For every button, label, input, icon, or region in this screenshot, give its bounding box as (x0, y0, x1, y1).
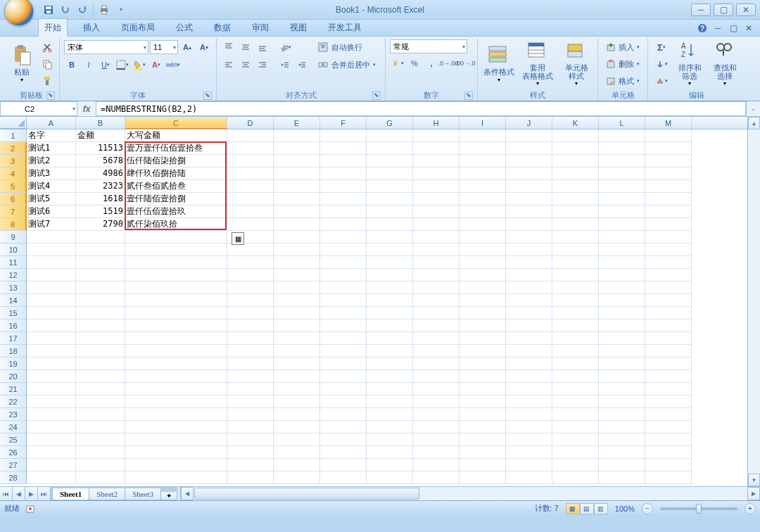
cell[interactable] (599, 345, 645, 357)
cell[interactable] (76, 408, 125, 421)
scroll-right-icon[interactable]: ▶ (747, 487, 760, 500)
cell[interactable] (460, 433, 506, 446)
cell[interactable] (460, 471, 506, 484)
cell[interactable] (645, 129, 692, 142)
cell[interactable]: 测试7 (27, 218, 76, 231)
cell[interactable] (320, 193, 367, 205)
cell[interactable] (645, 269, 692, 281)
cell[interactable] (274, 370, 320, 383)
cell[interactable] (227, 332, 274, 345)
cell[interactable] (413, 193, 460, 205)
format-table-button[interactable]: 套用 表格格式▾ (519, 39, 557, 87)
cell[interactable] (274, 167, 320, 180)
cell[interactable] (460, 256, 506, 269)
cell[interactable] (367, 142, 413, 155)
col-header-A[interactable]: A (27, 117, 76, 129)
row-header-20[interactable]: 20 (0, 370, 27, 383)
cell[interactable] (599, 307, 645, 319)
cell[interactable] (227, 256, 274, 269)
cell[interactable] (460, 193, 506, 205)
fill-icon[interactable]: ▾ (652, 56, 671, 72)
cell[interactable] (367, 256, 413, 269)
row-header-14[interactable]: 14 (0, 294, 27, 307)
cell[interactable] (76, 421, 125, 433)
col-header-C[interactable]: C (125, 117, 227, 129)
cell[interactable] (76, 383, 125, 395)
cell[interactable] (506, 383, 552, 395)
cell[interactable] (227, 370, 274, 383)
cell[interactable] (125, 294, 227, 307)
cell[interactable] (367, 332, 413, 345)
cell[interactable] (506, 345, 552, 357)
cell[interactable] (552, 459, 599, 471)
cell[interactable] (227, 155, 274, 167)
cell[interactable] (506, 433, 552, 446)
cell[interactable] (27, 294, 76, 307)
cell[interactable] (599, 193, 645, 205)
cell[interactable] (552, 319, 599, 332)
cell[interactable] (76, 231, 125, 243)
tab-view[interactable]: 视图 (284, 19, 312, 36)
align-top-icon[interactable] (221, 39, 236, 55)
cell[interactable] (367, 345, 413, 357)
conditional-format-button[interactable]: 条件格式▾ (482, 39, 516, 87)
cell[interactable]: 11513 (76, 142, 125, 155)
cell[interactable] (599, 459, 645, 471)
row-header-25[interactable]: 25 (0, 433, 27, 446)
sheet-tab-sheet2[interactable]: Sheet2 (89, 488, 125, 500)
row-header-17[interactable]: 17 (0, 332, 27, 345)
cell[interactable] (599, 155, 645, 167)
cell[interactable] (645, 180, 692, 193)
cell[interactable] (27, 433, 76, 446)
formula-expand-icon[interactable]: ⌄ (746, 101, 760, 116)
cell[interactable] (552, 383, 599, 395)
fontcolor-icon[interactable]: A▾ (148, 57, 164, 72)
cell[interactable]: 壹仟陆佰壹拾捌 (125, 193, 227, 205)
cell[interactable] (367, 433, 413, 446)
cell[interactable] (125, 269, 227, 281)
cell[interactable] (27, 256, 76, 269)
cell[interactable] (367, 193, 413, 205)
cell[interactable] (320, 421, 367, 433)
cell[interactable] (367, 281, 413, 294)
cell[interactable] (274, 471, 320, 484)
cell[interactable] (320, 319, 367, 332)
cell[interactable] (76, 446, 125, 459)
cell[interactable] (227, 433, 274, 446)
cell[interactable] (125, 231, 227, 243)
cell[interactable] (27, 395, 76, 408)
col-header-D[interactable]: D (227, 117, 274, 129)
cell[interactable] (460, 281, 506, 294)
cell[interactable] (227, 408, 274, 421)
cell[interactable] (274, 281, 320, 294)
grow-font-icon[interactable]: A▴ (179, 39, 195, 55)
col-header-G[interactable]: G (367, 117, 413, 129)
cell[interactable] (274, 332, 320, 345)
cell[interactable] (552, 155, 599, 167)
cell[interactable] (274, 218, 320, 231)
cell[interactable]: 1618 (76, 193, 125, 205)
cell[interactable] (125, 395, 227, 408)
cell[interactable] (320, 243, 367, 256)
cell[interactable] (460, 319, 506, 332)
vertical-scrollbar[interactable]: ▲ ▼ (747, 117, 760, 486)
row-header-9[interactable]: 9 (0, 231, 27, 243)
cell[interactable]: 1519 (76, 205, 125, 218)
cell[interactable] (552, 471, 599, 484)
cell[interactable] (506, 395, 552, 408)
bold-icon[interactable]: B (64, 57, 80, 72)
cell[interactable] (76, 307, 125, 319)
cell[interactable] (227, 167, 274, 180)
cell[interactable] (460, 332, 506, 345)
zoom-out-icon[interactable]: − (642, 503, 653, 514)
cell[interactable] (367, 231, 413, 243)
cell[interactable] (645, 319, 692, 332)
view-pagelayout-icon[interactable]: ▤ (580, 503, 594, 514)
cell[interactable] (27, 332, 76, 345)
align-right-icon[interactable] (255, 57, 270, 72)
cell[interactable] (460, 142, 506, 155)
cell[interactable] (506, 243, 552, 256)
cell[interactable] (460, 395, 506, 408)
cell[interactable] (320, 180, 367, 193)
cell[interactable]: 测试2 (27, 155, 76, 167)
